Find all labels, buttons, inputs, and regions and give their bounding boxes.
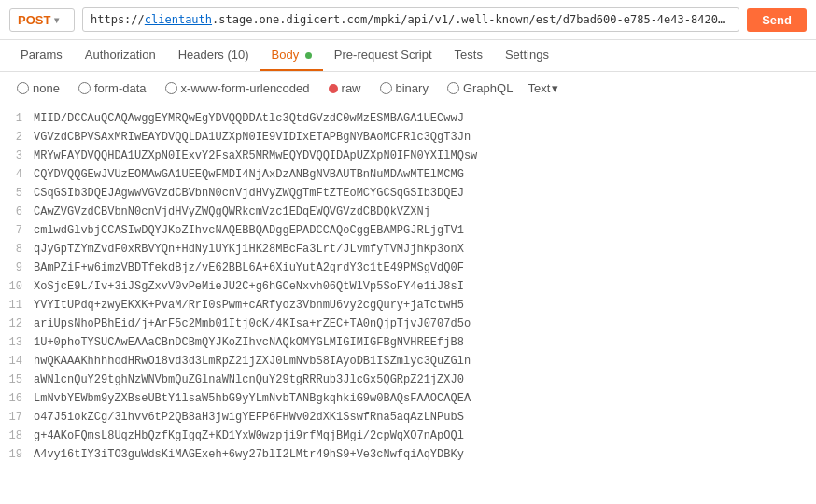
text-dropdown[interactable]: Text ▾ — [528, 81, 558, 95]
line-number: 2 — [0, 128, 34, 147]
line-content: XoSjcE9L/Iv+3iJSgZxvV0vPeMieJU2C+g6hGCeN… — [34, 277, 816, 296]
body-active-dot — [305, 52, 312, 59]
line-content: A4vy16tIY3iTO3guWdsKiMAGExeh+6wy27blI2LM… — [34, 445, 816, 460]
method-select[interactable]: POST ▾ — [9, 8, 75, 32]
line-content: LmNvbYEWbm9yZXBseUBtY1lsaW5hbG9yYLmNvbTA… — [34, 389, 816, 408]
line-content: YVYItUPdq+zwyEKXK+PvaM/RrI0sPwm+cARfyoz3… — [34, 296, 816, 315]
line-number: 9 — [0, 259, 34, 277]
line-content: qJyGpTZYmZvdF0xRBVYQn+HdNylUYKj1HK28MBcF… — [34, 240, 816, 259]
line-content: o47J5iokZCg/3lhvv6tP2QB8aH3jwigYEFP6FHWv… — [34, 408, 816, 427]
line-number: 11 — [0, 296, 34, 315]
code-line: 14hwQKAAAKhhhhodHRwOi8vd3d3LmRpZ21jZXJ0L… — [0, 352, 816, 371]
code-line: 131U+0phoTYSUCAwEAAaCBnDCBmQYJKoZIhvcNAQ… — [0, 333, 816, 352]
line-content: VGVzdCBPVSAxMRIwEAYDVQQLDA1UZXpN0IE9VIDI… — [34, 128, 816, 147]
code-line: 8qJyGpTZYmZvdF0xRBVYQn+HdNylUYKj1HK28MBc… — [0, 240, 816, 259]
line-content: BAmPZiF+w6imzVBDTfekdBjz/vE62BBL6A+6XiuY… — [34, 259, 816, 277]
url-middle: .stage.one.digicert.com/mpki/api/v1/.wel… — [212, 13, 739, 26]
code-line: 1MIID/DCCAuQCAQAwggEYMRQwEgYDVQQDDAtlc3Q… — [0, 109, 816, 128]
line-content: MIID/DCCAuQCAQAwggEYMRQwEgYDVQQDDAtlc3Qt… — [34, 109, 816, 128]
body-type-binary[interactable]: binary — [373, 79, 436, 97]
line-number: 12 — [0, 315, 34, 333]
line-content: aWNlcnQuY29tghNzWNVbmQuZGlnaWNlcnQuY29tg… — [34, 371, 816, 389]
line-content: CQYDVQQGEwJVUzEOMAwGA1UEEQwFMDI4NjAxDzAN… — [34, 165, 816, 184]
code-line: 10XoSjcE9L/Iv+3iJSgZxvV0vPeMieJU2C+g6hGC… — [0, 277, 816, 296]
line-number: 18 — [0, 427, 34, 445]
line-number: 14 — [0, 352, 34, 371]
code-area[interactable]: 1MIID/DCCAuQCAQAwggEYMRQwEgYDVQQDDAtlc3Q… — [0, 105, 816, 460]
line-number: 13 — [0, 333, 34, 352]
code-line: 12ariUpsNhoPBhEid/j+ArF5c2Mmb01Itj0cK/4K… — [0, 315, 816, 333]
text-dropdown-chevron: ▾ — [552, 81, 558, 95]
code-line: 7cmlwdGlvbjCCASIwDQYJKoZIhvcNAQEBBQADggE… — [0, 221, 816, 240]
line-content: hwQKAAAKhhhhodHRwOi8vd3d3LmRpZ21jZXJ0LmN… — [34, 352, 816, 371]
line-number: 19 — [0, 445, 34, 460]
tab-headers[interactable]: Headers (10) — [167, 40, 260, 71]
tab-prerequest[interactable]: Pre-request Script — [323, 40, 443, 71]
line-number: 10 — [0, 277, 34, 296]
line-content: cmlwdGlvbjCCASIwDQYJKoZIhvcNAQEBBQADggEP… — [34, 221, 816, 240]
url-bar: POST ▾ https://clientauth.stage.one.digi… — [0, 0, 816, 40]
url-prefix: https:// — [91, 13, 145, 26]
code-line: 15aWNlcnQuY29tghNzWNVbmQuZGlnaWNlcnQuY29… — [0, 371, 816, 389]
line-content: CSqGSIb3DQEJAgwwVGVzdCBVbnN0cnVjdHVyZWQg… — [34, 184, 816, 203]
code-line: 9BAmPZiF+w6imzVBDTfekdBjz/vE62BBL6A+6Xiu… — [0, 259, 816, 277]
tab-body[interactable]: Body — [260, 40, 323, 71]
tab-tests[interactable]: Tests — [443, 40, 494, 71]
body-type-raw[interactable]: raw — [321, 79, 369, 97]
body-type-urlencoded[interactable]: x-www-form-urlencoded — [158, 79, 317, 97]
text-dropdown-label: Text — [528, 81, 550, 95]
code-line: 18g+4AKoFQmsL8UqzHbQzfKgIgqZ+KD1YxW0wzpj… — [0, 427, 816, 445]
line-number: 17 — [0, 408, 34, 427]
method-label: POST — [18, 13, 50, 27]
code-line: 2VGVzdCBPVSAxMRIwEAYDVQQLDA1UZXpN0IE9VID… — [0, 128, 816, 147]
line-number: 3 — [0, 147, 34, 165]
line-content: MRYwFAYDVQQHDA1UZXpN0IExvY2FsaXR5MRMwEQY… — [34, 147, 816, 165]
line-number: 4 — [0, 165, 34, 184]
line-number: 8 — [0, 240, 34, 259]
send-button[interactable]: Send — [747, 8, 807, 32]
code-line: 5CSqGSIb3DQEJAgwwVGVzdCBVbnN0cnVjdHVyZWQ… — [0, 184, 816, 203]
line-content: g+4AKoFQmsL8UqzHbQzfKgIgqZ+KD1YxW0wzpji9… — [34, 427, 816, 445]
code-line: 17o47J5iokZCg/3lhvv6tP2QB8aH3jwigYEFP6FH… — [0, 408, 816, 427]
body-type-none[interactable]: none — [9, 79, 67, 97]
url-clientauth: clientauth — [145, 13, 212, 26]
line-content: CAwZVGVzdCBVbnN0cnVjdHVyZWQgQWRkcmVzc1ED… — [34, 203, 816, 221]
code-line: 3MRYwFAYDVQQHDA1UZXpN0IExvY2FsaXR5MRMwEQ… — [0, 147, 816, 165]
code-line: 11YVYItUPdq+zwyEKXK+PvaM/RrI0sPwm+cARfyo… — [0, 296, 816, 315]
line-number: 15 — [0, 371, 34, 389]
line-number: 7 — [0, 221, 34, 240]
line-number: 5 — [0, 184, 34, 203]
method-chevron: ▾ — [54, 15, 59, 25]
code-line: 4CQYDVQQGEwJVUzEOMAwGA1UEEQwFMDI4NjAxDzA… — [0, 165, 816, 184]
code-line: 6CAwZVGVzdCBVbnN0cnVjdHVyZWQgQWRkcmVzc1E… — [0, 203, 816, 221]
line-number: 6 — [0, 203, 34, 221]
code-line: 16LmNvbYEWbm9yZXBseUBtY1lsaW5hbG9yYLmNvb… — [0, 389, 816, 408]
body-type-formdata[interactable]: form-data — [71, 79, 154, 97]
body-type-graphql[interactable]: GraphQL — [440, 79, 520, 97]
body-type-row: none form-data x-www-form-urlencoded raw… — [0, 72, 816, 105]
code-line: 19A4vy16tIY3iTO3guWdsKiMAGExeh+6wy27blI2… — [0, 445, 816, 460]
tab-params[interactable]: Params — [9, 40, 74, 71]
tabs-row: Params Authorization Headers (10) Body P… — [0, 40, 816, 72]
raw-dot — [329, 84, 338, 93]
line-content: ariUpsNhoPBhEid/j+ArF5c2Mmb01Itj0cK/4KIs… — [34, 315, 816, 333]
url-display[interactable]: https://clientauth.stage.one.digicert.co… — [82, 7, 739, 32]
line-number: 1 — [0, 109, 34, 128]
line-number: 16 — [0, 389, 34, 408]
tab-settings[interactable]: Settings — [494, 40, 560, 71]
tab-authorization[interactable]: Authorization — [74, 40, 167, 71]
line-content: 1U+0phoTYSUCAwEAAaCBnDCBmQYJKoZIhvcNAQkO… — [34, 333, 816, 352]
